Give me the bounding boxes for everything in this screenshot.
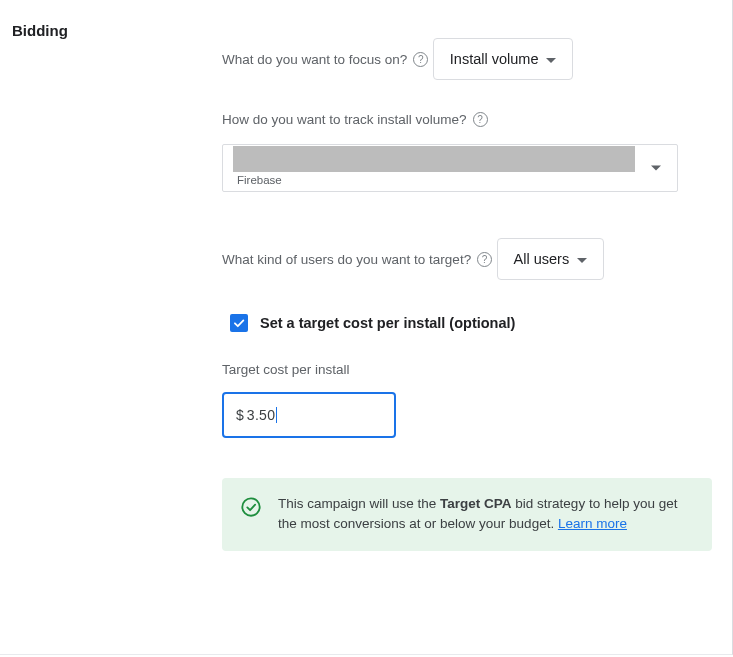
focus-dropdown[interactable]: Install volume <box>433 38 574 80</box>
focus-dropdown-value: Install volume <box>450 51 539 67</box>
users-label-text: What kind of users do you want to target… <box>222 252 471 267</box>
track-label: How do you want to track install volume?… <box>222 112 488 127</box>
target-checkbox-label: Set a target cost per install (optional) <box>260 315 515 331</box>
help-icon[interactable]: ? <box>413 52 428 67</box>
target-cost-input[interactable]: $ 3.50 <box>222 392 396 438</box>
users-dropdown-value: All users <box>514 251 570 267</box>
focus-label-text: What do you want to focus on? <box>222 52 407 67</box>
track-select[interactable]: Firebase <box>222 144 678 192</box>
learn-more-link[interactable]: Learn more <box>558 516 627 531</box>
section-title: Bidding <box>12 22 222 39</box>
currency-symbol: $ <box>236 407 244 423</box>
text-cursor <box>276 407 277 423</box>
help-icon[interactable]: ? <box>477 252 492 267</box>
target-checkbox[interactable] <box>230 314 248 332</box>
users-dropdown[interactable]: All users <box>497 238 605 280</box>
check-icon <box>232 316 246 330</box>
bidding-form: What do you want to focus on? ? Install … <box>222 22 722 654</box>
check-circle-icon <box>240 496 262 522</box>
track-select-subtext: Firebase <box>237 174 282 186</box>
banner-bold: Target CPA <box>440 496 512 511</box>
chevron-down-icon <box>546 58 556 63</box>
banner-pre: This campaign will use the <box>278 496 440 511</box>
track-label-text: How do you want to track install volume? <box>222 112 467 127</box>
users-label: What kind of users do you want to target… <box>222 252 492 267</box>
target-cost-value: 3.50 <box>247 407 275 423</box>
chevron-down-icon <box>651 166 661 171</box>
banner-text: This campaign will use the Target CPA bi… <box>278 494 694 535</box>
redacted-block <box>233 146 635 172</box>
section-header: Bidding <box>10 22 222 654</box>
svg-point-0 <box>242 498 259 515</box>
help-icon[interactable]: ? <box>473 112 488 127</box>
focus-label: What do you want to focus on? ? <box>222 52 428 67</box>
chevron-down-icon <box>577 258 587 263</box>
target-cost-label: Target cost per install <box>222 362 350 377</box>
strategy-banner: This campaign will use the Target CPA bi… <box>222 478 712 551</box>
